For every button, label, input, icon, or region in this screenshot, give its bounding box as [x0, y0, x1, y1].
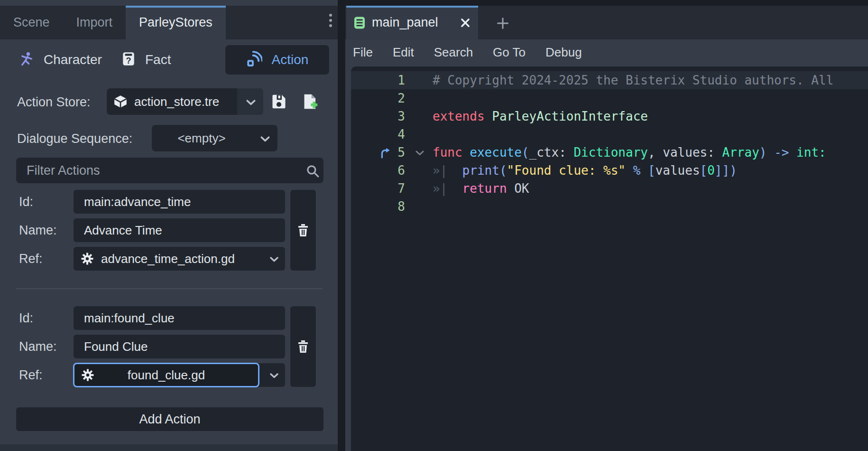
line-number: 8: [351, 197, 408, 216]
tab-character-label: Character: [44, 52, 102, 67]
tab-action-label: Action: [272, 52, 309, 67]
name-field[interactable]: Advance Time: [74, 218, 285, 242]
script-editor-panel: main_panel FileEditSearchGo ToDebug 1# C…: [345, 0, 868, 451]
ref-label: Ref:: [19, 363, 71, 387]
trash-icon: [296, 339, 310, 354]
new-file-icon: [302, 93, 319, 110]
override-arrow-icon: [379, 147, 392, 159]
id-field[interactable]: main:advance_time: [74, 190, 285, 214]
chevron-down-icon: [270, 256, 278, 262]
menu-go-to[interactable]: Go To: [483, 45, 536, 60]
new-resource-button[interactable]: [300, 91, 321, 112]
dialogue-sequence-value: <empty>: [152, 131, 251, 146]
fold-column: [408, 125, 433, 143]
line-number: 4: [351, 125, 408, 143]
line-number: 2: [351, 89, 408, 107]
action-store-value: action_store.tre: [134, 94, 219, 109]
line-number: 3: [351, 107, 408, 125]
dock-tab-import[interactable]: Import: [63, 6, 126, 39]
dock-tab-parleystores[interactable]: ParleyStores: [126, 6, 226, 39]
trash-icon: [296, 223, 310, 238]
fold-column: [408, 143, 433, 161]
script-menubar: FileEditSearchGo ToDebug: [345, 39, 868, 65]
top-edge: [345, 0, 868, 6]
line-number: 6: [351, 161, 408, 179]
menu-file[interactable]: File: [345, 45, 383, 60]
tab-main-panel[interactable]: main_panel: [346, 6, 478, 39]
tab-character[interactable]: Character: [19, 45, 102, 75]
fold-column: [408, 71, 433, 89]
code-text: extends ParleyActionInterface: [433, 107, 868, 125]
id-label: Id:: [19, 190, 71, 214]
tab-fact-label: Fact: [145, 52, 171, 67]
fact-icon: ?: [121, 51, 136, 68]
tab-title: main_panel: [372, 15, 453, 30]
gear-icon: [81, 368, 94, 382]
delete-action-button[interactable]: [290, 190, 316, 271]
menu-edit[interactable]: Edit: [383, 45, 424, 60]
fold-column: [408, 161, 433, 179]
add-action-button[interactable]: Add Action: [16, 407, 323, 431]
code-line[interactable]: 8: [351, 197, 868, 216]
fold-column: [408, 197, 433, 216]
ref-dropdown[interactable]: advance_time_action.gd: [74, 247, 285, 271]
ref-focused-box[interactable]: found_clue.gd: [73, 363, 259, 387]
dock-menu-icon[interactable]: [326, 11, 335, 30]
menu-search[interactable]: Search: [424, 45, 483, 60]
chevron-down-icon: [260, 136, 270, 142]
divider: [16, 288, 323, 289]
resource-cube-icon: [113, 94, 128, 109]
code-line[interactable]: 4: [351, 125, 868, 143]
id-label: Id:: [19, 306, 71, 330]
fold-column: [408, 107, 433, 125]
code-text: »|return OK: [433, 179, 868, 197]
code-line[interactable]: 1# Copyright 2024-2025 the Bisterix Stud…: [351, 71, 868, 89]
save-icon: [270, 93, 287, 110]
filter-actions-input[interactable]: [16, 158, 323, 183]
panel-bottom-edge: [0, 444, 338, 451]
code-line[interactable]: 5func execute(_ctx: Dictionary, values: …: [351, 143, 868, 161]
dock-tab-scene[interactable]: Scene: [0, 6, 63, 39]
panel-divider[interactable]: [338, 0, 345, 451]
gear-icon: [81, 252, 94, 265]
code-text: [433, 197, 868, 216]
name-field[interactable]: Found Clue: [74, 335, 285, 358]
code-line[interactable]: 3extends ParleyActionInterface: [351, 107, 868, 125]
code-text: »|print("Found clue: %s" % [values[0]]): [433, 161, 868, 179]
line-number: 1: [351, 71, 408, 89]
search-icon: [305, 164, 320, 178]
tab-fact[interactable]: ? Fact: [121, 45, 171, 75]
new-tab-icon: [497, 17, 509, 29]
fold-icon[interactable]: [416, 150, 424, 156]
ref-dropdown-focused[interactable]: found_clue.gd: [74, 363, 285, 387]
code-line[interactable]: 2: [351, 89, 868, 107]
chevron-down-icon: [246, 99, 256, 105]
code-text: [433, 89, 868, 107]
delete-action-button[interactable]: [290, 306, 316, 387]
code-text: # Copyright 2024-2025 the Bisterix Studi…: [433, 71, 868, 89]
dialogue-sequence-dropdown[interactable]: <empty>: [152, 125, 277, 151]
action-store-label: Action Store:: [17, 95, 91, 110]
dialogue-sequence-label: Dialogue Sequence:: [17, 132, 132, 146]
fold-column: [408, 179, 433, 197]
save-button[interactable]: [268, 91, 289, 112]
tab-action-selected[interactable]: Action: [225, 45, 329, 75]
id-field[interactable]: main:found_clue: [74, 306, 285, 330]
line-number: 5: [351, 143, 408, 161]
code-editor[interactable]: 1# Copyright 2024-2025 the Bisterix Stud…: [351, 66, 868, 451]
dock-tabbar: SceneImportParleyStores: [0, 6, 338, 39]
action-store-dropdown[interactable]: action_store.tre: [107, 88, 263, 115]
close-icon[interactable]: [460, 18, 471, 28]
ref-label: Ref:: [19, 247, 71, 271]
code-line[interactable]: 6»|print("Found clue: %s" % [values[0]]): [351, 161, 868, 179]
code-line[interactable]: 7»|return OK: [351, 179, 868, 197]
parley-dock-panel: SceneImportParleyStores Character ? Fact: [0, 0, 338, 451]
menu-debug[interactable]: Debug: [536, 45, 592, 60]
code-text: func execute(_ctx: Dictionary, values: A…: [433, 143, 868, 161]
action-icon: [246, 51, 262, 69]
script-icon: [354, 16, 365, 29]
name-label: Name:: [19, 335, 71, 358]
script-tabbar: main_panel: [345, 6, 868, 39]
svg-text:?: ?: [126, 56, 131, 66]
new-tab-button[interactable]: [493, 17, 512, 29]
